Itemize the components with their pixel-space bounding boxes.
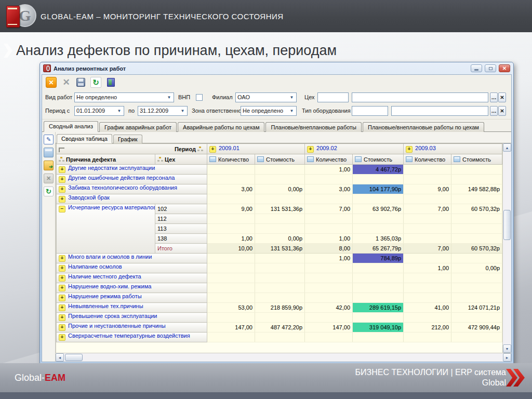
tseh-name-input[interactable] bbox=[352, 92, 488, 102]
defect-cause-cell[interactable]: +Другие недостатки эксплуатации bbox=[57, 165, 207, 175]
cause-column-header[interactable]: Причина дефекта bbox=[57, 154, 155, 165]
value-cell[interactable]: 1,00 bbox=[305, 234, 353, 244]
value-cell[interactable]: 8,00 bbox=[305, 244, 353, 254]
value-cell[interactable]: 784,89р bbox=[353, 254, 404, 263]
period-header-2009-02[interactable]: +2009.02 bbox=[305, 144, 404, 154]
defect-cause-cell[interactable]: −Исчерпание ресурса материалов bbox=[57, 204, 155, 254]
value-cell[interactable] bbox=[451, 194, 502, 204]
period-header-2009-03[interactable]: +2009.03 bbox=[404, 144, 502, 154]
defect-cause-cell[interactable]: +Превышение срока эксплуатации bbox=[57, 313, 207, 323]
value-cell[interactable] bbox=[404, 234, 451, 244]
value-cell[interactable] bbox=[404, 293, 451, 303]
value-cell[interactable] bbox=[451, 293, 502, 303]
tip-clear-button[interactable]: ✕ bbox=[498, 106, 506, 116]
value-cell[interactable] bbox=[255, 254, 305, 263]
value-cell[interactable] bbox=[255, 165, 305, 175]
delete-button[interactable]: ✕ bbox=[61, 77, 71, 87]
value-cell[interactable] bbox=[255, 283, 305, 293]
qty-column-header[interactable]: Количество bbox=[207, 154, 255, 165]
value-cell[interactable] bbox=[255, 313, 305, 323]
cost-column-header[interactable]: Стоимость bbox=[255, 154, 305, 165]
value-cell[interactable] bbox=[305, 283, 353, 293]
value-cell[interactable] bbox=[353, 273, 404, 283]
value-cell[interactable] bbox=[451, 175, 502, 184]
value-cell[interactable]: 63 902,76р bbox=[353, 204, 404, 214]
clear-filter-button[interactable]: ✕ bbox=[46, 77, 57, 88]
value-cell[interactable]: 472 909,44р bbox=[451, 323, 502, 332]
expand-icon[interactable]: + bbox=[59, 285, 65, 291]
chevron-down-icon[interactable]: ▼ bbox=[116, 107, 122, 115]
value-cell[interactable] bbox=[207, 313, 255, 323]
value-cell[interactable]: 1 365,03р bbox=[353, 234, 404, 244]
value-cell[interactable] bbox=[305, 214, 353, 224]
export-table-button[interactable] bbox=[44, 148, 54, 157]
tseh-browse-button[interactable]: … bbox=[490, 92, 498, 102]
expand-icon[interactable]: + bbox=[307, 146, 314, 153]
value-cell[interactable] bbox=[207, 293, 255, 303]
subtab-grafik[interactable]: График bbox=[113, 135, 142, 143]
value-cell[interactable] bbox=[255, 214, 305, 224]
tip-code-input[interactable] bbox=[352, 106, 388, 116]
value-cell[interactable] bbox=[353, 313, 404, 323]
value-cell[interactable]: 0,00р bbox=[451, 263, 502, 273]
vertical-scrollbar[interactable]: ▲ ▼ bbox=[502, 143, 511, 353]
value-cell[interactable]: 147,00 bbox=[305, 323, 353, 332]
value-cell[interactable]: 319 049,10р bbox=[353, 323, 404, 332]
value-cell[interactable] bbox=[353, 293, 404, 303]
tab-avariynye-po-tseham[interactable]: Аварийные работы по цехам bbox=[178, 122, 264, 132]
expand-icon[interactable]: − bbox=[59, 206, 65, 212]
value-cell[interactable] bbox=[353, 175, 404, 184]
value-cell[interactable] bbox=[451, 273, 502, 283]
expand-icon[interactable]: + bbox=[59, 304, 65, 311]
scroll-up-button[interactable]: ▲ bbox=[503, 143, 511, 152]
defect-cause-cell[interactable]: +Налипание осмолов bbox=[57, 263, 207, 273]
defect-cause-cell[interactable]: +Другие ошибочные действия персонала bbox=[57, 175, 207, 184]
shop-cell[interactable]: Итого bbox=[155, 244, 207, 254]
window-titlebar[interactable]: Анализ ремонтных работ ✕ bbox=[42, 62, 512, 74]
value-cell[interactable] bbox=[353, 332, 404, 342]
value-cell[interactable] bbox=[207, 332, 255, 342]
tseh-code-input[interactable] bbox=[317, 92, 349, 102]
value-cell[interactable] bbox=[404, 224, 451, 234]
chevron-down-icon[interactable]: ▼ bbox=[180, 107, 185, 115]
value-cell[interactable] bbox=[305, 293, 353, 303]
value-cell[interactable]: 104 177,90р bbox=[353, 184, 404, 194]
period-to-picker[interactable]: 31.12.2009▼ bbox=[138, 106, 188, 116]
value-cell[interactable] bbox=[404, 332, 451, 342]
value-cell[interactable] bbox=[255, 332, 305, 342]
value-cell[interactable] bbox=[353, 214, 404, 224]
horizontal-scrollbar[interactable]: ◄ ► bbox=[56, 353, 511, 362]
defect-cause-cell[interactable]: +Забивка технологического оборудования bbox=[57, 184, 207, 194]
value-cell[interactable]: 0,00р bbox=[255, 184, 305, 194]
defect-cause-cell[interactable]: +Невыявленные тех.причины bbox=[57, 303, 207, 313]
value-cell[interactable] bbox=[207, 263, 255, 273]
value-cell[interactable] bbox=[255, 263, 305, 273]
edit-button[interactable]: ✎ bbox=[44, 135, 54, 144]
expand-icon[interactable]: + bbox=[59, 295, 65, 301]
value-cell[interactable]: 10,00 bbox=[207, 244, 255, 254]
defect-cause-cell[interactable]: +Заводской брак bbox=[57, 194, 207, 204]
value-cell[interactable]: 65 267,79р bbox=[353, 244, 404, 254]
maximize-button[interactable] bbox=[485, 64, 496, 72]
value-cell[interactable] bbox=[353, 283, 404, 293]
value-cell[interactable]: 1,00 bbox=[305, 254, 353, 263]
vid-rabot-select[interactable]: Не определено▼ bbox=[74, 92, 174, 102]
value-cell[interactable] bbox=[451, 254, 502, 263]
zona-select[interactable]: Не определено▼ bbox=[241, 106, 297, 116]
clear-disabled-button[interactable]: ✕ bbox=[44, 174, 54, 183]
tab-grafik-avariynykh[interactable]: График аварийных работ bbox=[99, 122, 177, 132]
refresh-grid-button[interactable]: ↻ bbox=[44, 187, 54, 196]
value-cell[interactable] bbox=[207, 175, 255, 184]
value-cell[interactable]: 0,00р bbox=[255, 234, 305, 244]
value-cell[interactable] bbox=[353, 263, 404, 273]
value-cell[interactable] bbox=[255, 194, 305, 204]
expand-icon[interactable]: + bbox=[59, 166, 65, 173]
value-cell[interactable]: 147,00 bbox=[207, 323, 255, 332]
value-cell[interactable] bbox=[404, 273, 451, 283]
chevron-down-icon[interactable]: ▼ bbox=[289, 93, 295, 102]
value-cell[interactable] bbox=[404, 283, 451, 293]
value-cell[interactable] bbox=[404, 165, 451, 175]
period-corner-header[interactable]: Период bbox=[57, 144, 207, 154]
value-cell[interactable]: 60 570,32р bbox=[451, 204, 502, 214]
expand-icon[interactable]: + bbox=[59, 255, 65, 262]
